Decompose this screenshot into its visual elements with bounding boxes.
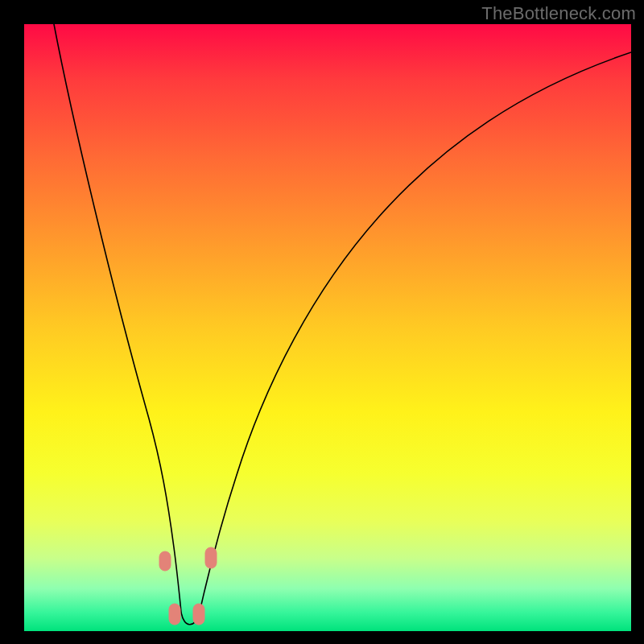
chart-frame: TheBottleneck.com <box>0 0 644 644</box>
plot-area <box>24 24 631 631</box>
marker-left-lower <box>169 604 180 625</box>
bottleneck-curve <box>54 24 631 625</box>
curve-layer <box>24 24 631 631</box>
marker-right-upper <box>205 547 217 568</box>
watermark-text: TheBottleneck.com <box>481 3 636 24</box>
marker-left-upper <box>159 551 171 571</box>
marker-right-lower <box>193 604 204 625</box>
